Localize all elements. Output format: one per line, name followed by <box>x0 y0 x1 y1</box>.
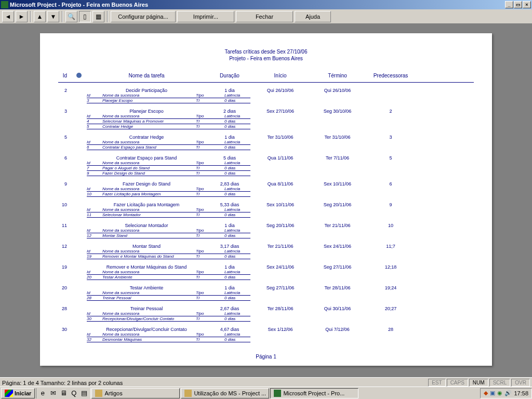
task-row: 20Testar Ambiente1 diaSeg 27/11/06Ter 28… <box>50 285 482 290</box>
next-icon[interactable]: ► <box>16 11 28 22</box>
app-icon[interactable]: ▤ <box>80 389 88 397</box>
task-row: 12Montar Stand3,17 diasTer 21/11/06Sex 2… <box>50 244 482 249</box>
windows-icon <box>5 390 13 397</box>
taskbar: Iniciar e ✉ 🖥 Q ▤ ArtigosUtilização do M… <box>0 387 532 399</box>
titlebar: Microsoft Project - Projeto - Feira em B… <box>0 0 532 9</box>
clock: 17:58 <box>514 390 528 396</box>
task-row: 19Remover e Montar Máquinas do Stand1 di… <box>50 264 482 270</box>
window-title: Microsoft Project - Projeto - Feira em B… <box>10 2 148 8</box>
successor-block: IdNome da sucessoraTipoLatência4Selecion… <box>87 114 250 129</box>
report-page: Tarefas críticas desde Sex 27/10/06 Proj… <box>40 33 492 366</box>
restore-button[interactable]: ▭ <box>514 1 522 8</box>
tray-icon[interactable]: 🔊 <box>504 390 512 396</box>
successor-block: IdNome da sucessoraTipoLatência32Desmont… <box>87 332 250 342</box>
status-scrl: SCRL <box>489 379 511 387</box>
col-indicator <box>71 73 87 79</box>
successor-block: IdNome da sucessoraTipoLatência30Recepci… <box>87 311 250 322</box>
successor-block: IdNome da sucessoraTipoLatência28Treinar… <box>87 290 250 301</box>
prev-icon[interactable]: ◄ <box>2 11 14 22</box>
taskbar-item[interactable]: Utilização do MS - Project ... <box>181 388 269 398</box>
status-ovr: OVR <box>511 379 530 387</box>
taskbar-item[interactable]: Microsoft Project - Pro... <box>270 388 358 398</box>
task-row: 28Treinar Pessoal2,67 diasTer 28/11/06Qu… <box>50 306 482 311</box>
task-row: 10Fazer Licitação para Montagem5,33 dias… <box>50 202 482 207</box>
up-arrow-icon[interactable]: ▲ <box>34 11 46 22</box>
report-subtitle: Projeto - Feira em Buenos Aires <box>50 56 482 61</box>
indicator-icon <box>76 73 82 78</box>
minimize-button[interactable]: _ <box>505 1 513 8</box>
successor-block: IdNome da sucessoraTipoLatência19Remover… <box>87 249 250 259</box>
app-icon <box>274 390 281 397</box>
app-icon <box>1 1 8 8</box>
col-pred: Predecessoras <box>367 73 414 79</box>
col-start: Início <box>253 73 308 79</box>
toolbar: ◄ ► ▲ ▼ 🔍 ▯ ▦ Configurar página... Impri… <box>0 9 532 24</box>
task-row: 2Decidir Participação1 diaQui 26/10/06Qu… <box>50 88 482 93</box>
start-button[interactable]: Iniciar <box>1 388 35 398</box>
task-row: 30Recepcionar/Divulgar/Concluir Contato4… <box>50 327 482 332</box>
taskbar-items: ArtigosUtilização do MS - Project ...Mic… <box>91 388 359 398</box>
col-name: Nome da tarefa <box>87 73 206 79</box>
successor-block: IdNome da sucessoraTipoLatência10Fazer L… <box>87 187 250 197</box>
task-row: 5Contratar Hedge1 diaTer 31/10/06Ter 31/… <box>50 135 482 140</box>
close-preview-button[interactable]: Fechar <box>236 11 293 22</box>
successor-block: IdNome da sucessoraTipoLatência6Contrata… <box>87 140 250 150</box>
taskbar-item[interactable]: Artigos <box>91 388 180 398</box>
successor-block: IdNome da sucessoraTipoLatência11Selecio… <box>87 207 250 218</box>
close-button[interactable]: × <box>523 1 531 8</box>
page-number: Página 1 <box>40 354 492 360</box>
system-tray: ◆ ▣ ◉ 🔊 17:58 <box>480 388 532 398</box>
task-row: 9Fazer Design do Stand2,83 diasQua 8/11/… <box>50 181 482 187</box>
quick-launch: e ✉ 🖥 Q ▤ <box>36 388 91 398</box>
tray-icon[interactable]: ◆ <box>484 390 488 396</box>
single-page-icon[interactable]: ▯ <box>79 11 91 22</box>
col-id: Id <box>50 73 71 79</box>
tray-icon[interactable]: ◉ <box>497 390 502 396</box>
status-caps: CAPS <box>447 379 468 387</box>
help-button[interactable]: Ajuda <box>295 11 331 22</box>
app-icon <box>184 390 192 397</box>
col-duration: Duração <box>206 73 253 79</box>
print-button[interactable]: Imprimir... <box>177 11 234 22</box>
successor-block: IdNome da sucessoraTipoLatência3Planejar… <box>87 93 250 103</box>
outlook-icon[interactable]: ✉ <box>49 389 57 397</box>
status-text: Página: 1 de 4 Tamanho: 2 linhas por 2 c… <box>2 380 123 386</box>
tray-icon[interactable]: ▣ <box>490 390 495 396</box>
column-headers: Id Nome da tarefa Duração Início Término… <box>50 73 482 79</box>
task-row: 6Contratar Espaço para Stand5 diasQua 1/… <box>50 155 482 161</box>
statusbar: Página: 1 de 4 Tamanho: 2 linhas por 2 c… <box>0 377 532 388</box>
print-preview-area: Tarefas críticas desde Sex 27/10/06 Proj… <box>0 24 532 375</box>
report-title: Tarefas críticas desde Sex 27/10/06 <box>50 49 482 55</box>
task-row: 3Planejar Escopo2 diasSex 27/10/06Seg 30… <box>50 109 482 114</box>
successor-block: IdNome da sucessoraTipoLatência12Montar … <box>87 228 250 238</box>
task-row: 11Selecionar Montador1 diaSeg 20/11/06Te… <box>50 223 482 228</box>
zoom-icon[interactable]: 🔍 <box>65 11 77 22</box>
desktop-icon[interactable]: 🖥 <box>59 389 68 397</box>
status-num: NUM <box>469 379 488 387</box>
explorer-icon[interactable]: Q <box>70 389 78 397</box>
app-icon <box>95 390 102 397</box>
tasks-list: 2Decidir Participação1 diaQui 26/10/06Qu… <box>50 88 482 342</box>
page-setup-button[interactable]: Configurar página... <box>111 11 176 22</box>
successor-block: IdNome da sucessoraTipoLatência20Testar … <box>87 270 250 280</box>
col-end: Término <box>308 73 367 79</box>
multi-page-icon[interactable]: ▦ <box>92 11 104 22</box>
ie-icon[interactable]: e <box>38 389 47 397</box>
successor-block: IdNome da sucessoraTipoLatência7Pagar o … <box>87 161 250 176</box>
down-arrow-icon[interactable]: ▼ <box>47 11 59 22</box>
status-est: EST <box>428 379 445 387</box>
